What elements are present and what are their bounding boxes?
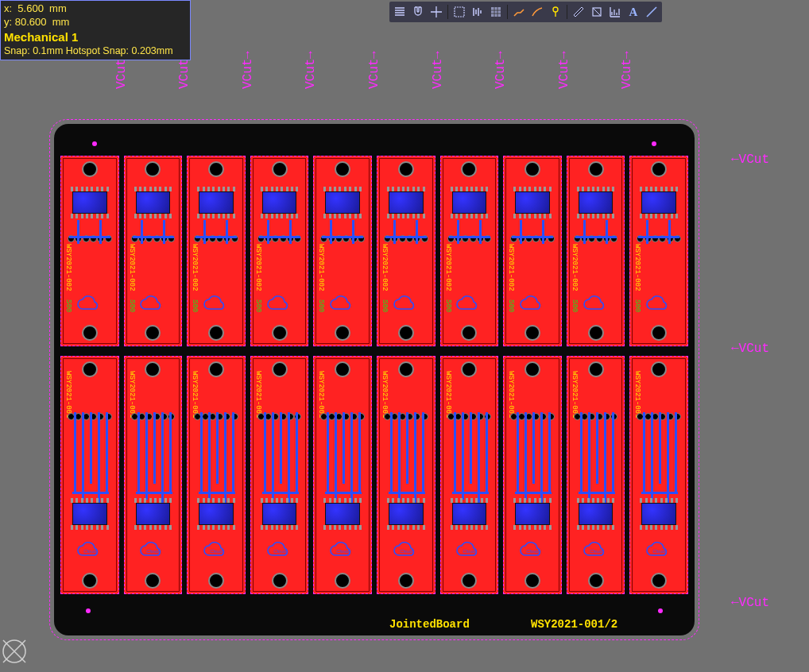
mount-hole <box>398 325 414 341</box>
panel-partno: WSY2021-001/2 <box>531 618 617 631</box>
mount-hole <box>588 573 604 589</box>
align-tool[interactable] <box>469 3 486 21</box>
hand-tool[interactable] <box>391 3 408 21</box>
mount-hole <box>272 573 288 589</box>
mount-hole <box>335 361 350 377</box>
mount-hole <box>272 361 288 377</box>
svg-text:Cloud: Cloud <box>273 549 286 554</box>
grid-fill-tool[interactable] <box>487 3 505 21</box>
mount-hole <box>145 161 161 177</box>
mount-hole <box>82 161 98 177</box>
pad-row <box>637 404 681 428</box>
ic-chip <box>515 191 550 214</box>
pad-row <box>68 226 112 250</box>
pad-row <box>574 404 618 428</box>
pad-row <box>384 226 428 250</box>
top-toolbar: A <box>389 2 662 22</box>
svg-text:Cloud: Cloud <box>590 549 602 554</box>
pcb-tile-top: WSY2021-002 S00 <box>250 156 309 346</box>
crop-tool[interactable] <box>588 3 606 21</box>
mount-hole <box>398 161 414 177</box>
design-canvas[interactable]: VCut→VCut→VCut→VCut→VCut→VCut→VCut→VCut→… <box>0 0 809 672</box>
serial-silk: S00 <box>507 299 515 312</box>
cloud-logo <box>327 295 358 314</box>
mount-hole <box>272 325 288 341</box>
mount-hole <box>398 361 414 377</box>
pcb-tile-top: WSY2021-002 S00 <box>313 156 372 346</box>
line-tool[interactable] <box>643 3 660 21</box>
pcb-tile-bottom: WSY2021-001 Cloud <box>440 356 499 594</box>
text-tool[interactable]: A <box>625 3 642 21</box>
partno-silk: WSY2021-002 <box>317 244 325 291</box>
ic-pins <box>640 525 678 530</box>
svg-rect-0 <box>455 7 464 17</box>
pad-row <box>510 404 555 428</box>
vcut-label-top: VCut→ <box>620 51 634 89</box>
pad-row <box>257 404 302 428</box>
ic-chip <box>452 503 487 525</box>
ic-chip <box>199 503 234 525</box>
partno-silk: WSY2021-002 <box>191 244 199 291</box>
pad-row <box>320 226 365 250</box>
vcut-label-top: VCut→ <box>241 51 255 89</box>
chart-tool[interactable] <box>606 3 624 21</box>
origin-marker <box>0 637 29 666</box>
partno-silk: WSY2021-002 <box>381 244 389 291</box>
ic-pins <box>451 214 489 218</box>
pin-tool[interactable] <box>547 3 564 21</box>
partno-silk: WSY2021-002 <box>444 244 452 291</box>
cloud-logo <box>454 295 484 314</box>
mount-hole <box>335 573 350 589</box>
pad-row <box>194 226 238 250</box>
mount-hole <box>588 161 604 177</box>
measure-tool[interactable] <box>570 3 587 21</box>
mount-hole <box>524 325 540 341</box>
coord-y: y: 80.600 mm <box>4 16 187 29</box>
cloud-logo: Cloud <box>644 541 674 560</box>
ic-chip <box>325 191 360 214</box>
ic-chip <box>641 191 676 214</box>
select-rect-tool[interactable] <box>451 3 468 21</box>
serial-silk: S00 <box>381 299 389 312</box>
panel-row-top: WSY2021-002 S00 WSY2021-002 S00 WSY202 <box>60 156 688 346</box>
vcut-label-right: ←VCut <box>731 153 769 167</box>
mount-hole <box>272 161 288 177</box>
mount-hole <box>651 325 667 341</box>
mount-hole <box>651 361 667 377</box>
pcb-tile-top: WSY2021-002 S00 <box>60 156 119 346</box>
serial-silk: S00 <box>633 299 641 312</box>
pcb-tile-bottom: WSY2021-001 Cloud <box>503 356 562 594</box>
ic-chip <box>136 191 171 214</box>
cloud-logo <box>265 295 295 314</box>
pcb-tile-top: WSY2021-002 S00 <box>503 156 562 346</box>
fiducial <box>86 608 91 613</box>
cloud-logo: Cloud <box>75 541 105 560</box>
pcb-tile-bottom: WSY2021-001 Cloud <box>250 356 309 594</box>
pcb-tile-top: WSY2021-002 S00 <box>440 156 499 346</box>
toolbar-separator <box>507 5 508 19</box>
crosshair-tool[interactable] <box>428 3 445 21</box>
pad-row <box>257 226 302 250</box>
cloud-logo <box>517 295 548 314</box>
svg-text:Cloud: Cloud <box>147 549 160 554</box>
pad-row <box>194 404 238 428</box>
serial-silk: S00 <box>128 299 136 312</box>
vcut-label-top: VCut→ <box>431 51 445 89</box>
route-tool[interactable] <box>510 3 528 21</box>
partno-silk: WSY2021-002 <box>571 244 579 291</box>
mount-hole <box>651 573 667 589</box>
pad-row <box>68 404 112 428</box>
magnet-tool[interactable] <box>409 3 427 21</box>
status-readout: x: 5.600 mm y: 80.600 mm Mechanical 1 Sn… <box>0 0 191 60</box>
mount-hole <box>82 325 98 341</box>
mount-hole <box>82 361 98 377</box>
cloud-logo: Cloud <box>327 541 358 560</box>
mount-hole <box>461 325 477 341</box>
route-curve-tool[interactable] <box>528 3 546 21</box>
serial-silk: S00 <box>64 299 72 312</box>
cloud-logo <box>581 295 611 314</box>
ic-chip <box>136 503 171 525</box>
mount-hole <box>208 161 224 177</box>
mount-hole <box>398 573 414 589</box>
panel-row-bottom: WSY2021-001 Cloud WSY2021-001 <box>60 356 688 594</box>
